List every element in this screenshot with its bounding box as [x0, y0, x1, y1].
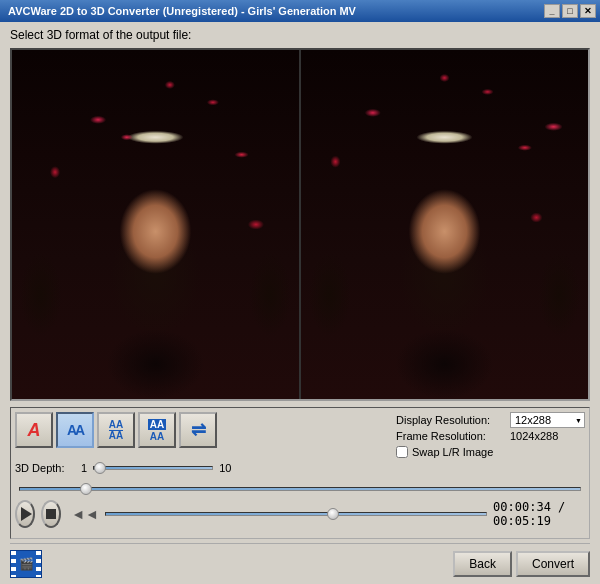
video-frame-left	[12, 50, 299, 399]
play-icon	[21, 507, 32, 521]
frame-resolution-value: 1024x288	[510, 430, 558, 442]
time-display: 00:00:34 / 00:05:19	[493, 500, 585, 528]
depth-row: 3D Depth: 1 10	[15, 462, 585, 474]
format-btn-anaglyph[interactable]: A	[15, 412, 53, 448]
bottom-buttons: Back Convert	[453, 551, 590, 577]
seek-bar-container	[15, 478, 585, 496]
film-icon: 🎬	[10, 550, 42, 578]
volume-icon: ◄◄	[71, 506, 99, 522]
frame-resolution-row: Frame Resolution: 1024x288	[396, 430, 558, 442]
video-preview	[12, 50, 588, 399]
depth-max-value: 10	[219, 462, 231, 474]
format-btn-top-bottom[interactable]: AA AA	[97, 412, 135, 448]
convert-button[interactable]: Convert	[516, 551, 590, 577]
title-bar-text: AVCWare 2D to 3D Converter (Unregistered…	[8, 5, 356, 17]
display-resolution-dropdown-wrapper[interactable]: 12x288320x240640x4801024x2881280x7201920…	[510, 412, 585, 428]
frame-resolution-label: Frame Resolution:	[396, 430, 506, 442]
volume-slider[interactable]	[105, 512, 487, 516]
format-btn-side-by-side[interactable]: AA	[56, 412, 94, 448]
instruction-text: Select 3D format of the output file:	[10, 28, 590, 42]
depth-label: 3D Depth:	[15, 462, 75, 474]
display-resolution-select[interactable]: 12x288320x240640x4801024x2881280x7201920…	[510, 412, 585, 428]
controls-row: ◄◄ 00:00:34 / 00:05:19	[15, 500, 585, 528]
swap-row: Swap L/R Image	[396, 446, 493, 458]
format-btn-interlaced[interactable]: AA AA	[138, 412, 176, 448]
swap-lr-label: Swap L/R Image	[412, 446, 493, 458]
display-resolution-row: Display Resolution: 12x288320x240640x480…	[396, 412, 585, 428]
title-bar: AVCWare 2D to 3D Converter (Unregistered…	[0, 0, 600, 22]
back-button[interactable]: Back	[453, 551, 512, 577]
format-buttons-group: A AA AA AA	[15, 412, 217, 448]
main-window: Select 3D format of the output file: A	[0, 22, 600, 584]
play-button[interactable]	[15, 500, 35, 528]
seek-bar[interactable]	[19, 487, 581, 491]
film-icon-inner: 🎬	[19, 557, 34, 571]
resolution-panel: Display Resolution: 12x288320x240640x480…	[396, 412, 585, 458]
swap-lr-checkbox[interactable]	[396, 446, 408, 458]
stop-button[interactable]	[41, 500, 61, 528]
maximize-button[interactable]: □	[562, 4, 578, 18]
depth-min-value: 1	[81, 462, 87, 474]
film-icon-container: 🎬	[10, 550, 42, 578]
minimize-button[interactable]: _	[544, 4, 560, 18]
format-btn-swap[interactable]: ⇌	[179, 412, 217, 448]
depth-slider[interactable]	[93, 466, 213, 470]
display-resolution-label: Display Resolution:	[396, 414, 506, 426]
close-button[interactable]: ✕	[580, 4, 596, 18]
format-and-resolution: A AA AA AA	[15, 412, 585, 458]
controls-area: A AA AA AA	[10, 407, 590, 539]
bottom-bar: 🎬 Back Convert	[10, 543, 590, 578]
title-bar-buttons[interactable]: _ □ ✕	[544, 4, 596, 18]
video-preview-container	[10, 48, 590, 401]
stop-icon	[46, 509, 56, 519]
video-frame-right	[301, 50, 588, 399]
